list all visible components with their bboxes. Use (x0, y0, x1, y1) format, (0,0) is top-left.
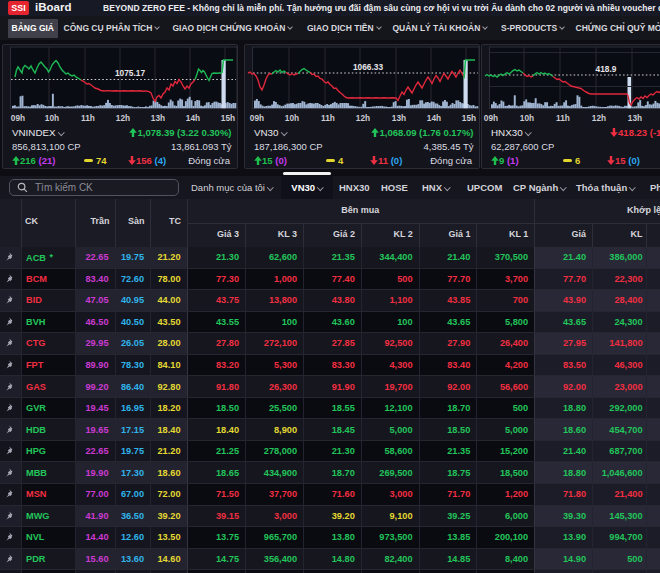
svg-text:11h: 11h (321, 113, 335, 123)
svg-text:09h: 09h (484, 113, 498, 123)
svg-text:11h: 11h (81, 113, 95, 123)
svg-text:12h: 12h (592, 113, 606, 123)
svg-text:13h: 13h (628, 113, 642, 123)
svg-text:10h: 10h (45, 113, 59, 123)
svg-text:15h: 15h (462, 113, 476, 123)
svg-text:12h: 12h (116, 113, 130, 123)
svg-text:14h: 14h (427, 113, 441, 123)
svg-text:10h: 10h (285, 113, 299, 123)
svg-text:14h: 14h (186, 113, 200, 123)
svg-text:12h: 12h (356, 113, 370, 123)
svg-text:13h: 13h (151, 113, 165, 123)
svg-text:10h: 10h (520, 113, 534, 123)
svg-text:1066.33: 1066.33 (353, 62, 383, 72)
svg-text:09h: 09h (250, 113, 264, 123)
svg-text:15h: 15h (221, 113, 235, 123)
svg-text:13h: 13h (392, 113, 406, 123)
svg-text:11h: 11h (556, 113, 570, 123)
svg-text:1075.17: 1075.17 (115, 68, 145, 78)
svg-text:09h: 09h (11, 113, 25, 123)
svg-text:418.9: 418.9 (596, 64, 617, 74)
